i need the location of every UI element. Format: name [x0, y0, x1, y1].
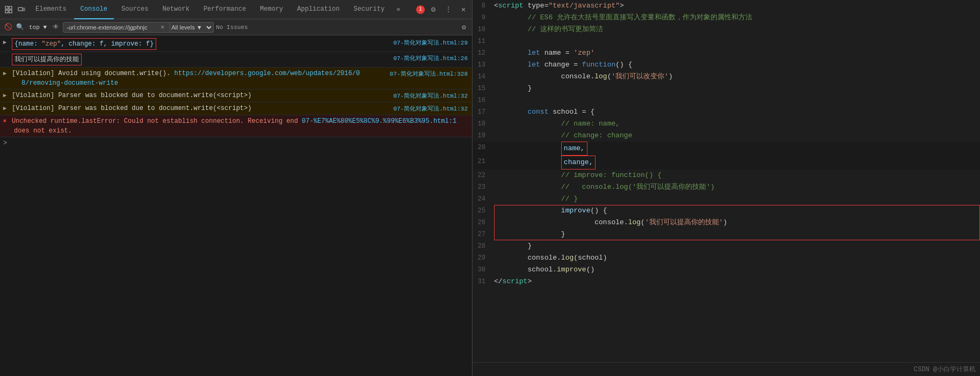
tab-elements[interactable]: Elements — [29, 0, 73, 19]
violation-content-1: [Violation] Avoid using document.write()… — [10, 69, 386, 88]
inspect-icon[interactable] — [2, 3, 15, 16]
code-line-9: 9 // ES6 允许在大括号里面直接写入变量和函数，作为对象的属性和方法 — [473, 12, 980, 24]
tab-sources[interactable]: Sources — [115, 0, 155, 19]
violation-source-2[interactable]: 07-简化对象写法.html:32 — [389, 91, 472, 101]
console-output: ▶ {name: "zep", change: f, improve: f} 0… — [0, 35, 472, 376]
top-selector[interactable]: top ▼ — [27, 23, 49, 32]
url-filter-input[interactable] — [63, 22, 170, 33]
code-line-11: 11 — [473, 35, 980, 47]
violation-content-3: [Violation] Parser was blocked due to do… — [10, 104, 389, 113]
code-line-22: 22 // improve: function() { — [473, 169, 980, 181]
eye-icon[interactable]: 👁 — [51, 23, 61, 32]
filter-clear-icon[interactable]: ✕ — [161, 23, 164, 31]
close-icon[interactable]: ✕ — [457, 3, 470, 16]
devtools-tabs-bar: Elements Console Sources Network Perform… — [0, 0, 472, 19]
console-error-line: ✖ Unchecked runtime.lastError: Could not… — [0, 115, 472, 137]
violation-content-2: [Violation] Parser was blocked due to do… — [10, 91, 389, 100]
code-line-29: 29 console.log(school) — [473, 252, 980, 264]
log-level-select[interactable]: All levels ▼ — [166, 22, 214, 33]
log-content: {name: "zep", change: f, improve: f} — [10, 38, 389, 50]
code-line-8: 8 <script type="text/javascript"> — [473, 0, 980, 12]
tab-application[interactable]: Application — [291, 0, 346, 19]
code-line-14: 14 console.log('我们可以改变你') — [473, 71, 980, 83]
svg-rect-3 — [9, 10, 12, 13]
code-line-16: 16 — [473, 94, 980, 106]
more-options-icon[interactable]: ⋮ — [442, 3, 455, 16]
svg-rect-1 — [9, 6, 12, 9]
code-line-24: 24 // } — [473, 193, 980, 205]
console-violation-line-1: ▶ [Violation] Avoid using document.write… — [0, 68, 472, 90]
console-prompt — [0, 137, 472, 149]
highlighted-block: 25 improve() { 26 console.log('我们可以提高你的技… — [473, 205, 980, 240]
code-line-26: 26 console.log('我们可以提高你的技能') — [473, 217, 980, 228]
device-toolbar-icon[interactable] — [15, 3, 28, 16]
code-line-20: 20 name, — [473, 142, 980, 156]
code-line-31: 31 </script> — [473, 276, 980, 287]
console-log-line: ▶ {name: "zep", change: f, improve: f} 0… — [0, 36, 472, 52]
code-line-10: 10 // 这样的书写更加简洁 — [473, 24, 980, 35]
code-line-15: 15 } — [473, 83, 980, 94]
error-badge: 1 — [416, 5, 425, 14]
code-line-30: 30 school.improve() — [473, 264, 980, 276]
watermark: CSDN @小白学计算机 — [473, 362, 980, 376]
tab-console[interactable]: Console — [74, 0, 114, 19]
log-content-2: 我们可以提高你的技能 — [10, 53, 389, 66]
code-panel: 8 <script type="text/javascript"> 9 // E… — [473, 0, 980, 376]
settings-icon[interactable]: ⚙ — [427, 3, 440, 16]
violation-link-1b[interactable]: 8/removing-document-write — [21, 79, 118, 87]
code-line-25: 25 improve() { — [473, 205, 980, 217]
highlight-change: change, — [561, 156, 596, 169]
console-violation-line-2: ▶ [Violation] Parser was blocked due to … — [0, 90, 472, 102]
code-line-17: 17 const school = { — [473, 106, 980, 118]
highlight-name: name, — [561, 142, 587, 156]
code-line-27: 27 } — [473, 228, 980, 240]
error-link[interactable]: 07-%E7%AE%80%E5%8C%9.%99%E6%B3%95.html:1 — [302, 117, 456, 125]
expand-icon-3[interactable]: ▶ — [0, 91, 10, 99]
violation-source-1[interactable]: 07-简化对象写法.html:328 — [386, 69, 472, 79]
filter-icon[interactable]: 🔍 — [15, 23, 25, 32]
devtools-panel: Elements Console Sources Network Perform… — [0, 0, 473, 376]
code-line-28: 28 } — [473, 240, 980, 252]
code-line-12: 12 let name = 'zep' — [473, 47, 980, 59]
svg-rect-2 — [5, 10, 8, 13]
console-violation-line-3: ▶ [Violation] Parser was blocked due to … — [0, 102, 472, 115]
error-content: Unchecked runtime.lastError: Could not e… — [10, 116, 472, 136]
svg-rect-5 — [23, 8, 25, 11]
expand-icon[interactable]: ▶ — [0, 38, 10, 46]
issues-button[interactable]: No Issues — [216, 24, 248, 31]
code-line-23: 23 // console.log('我们可以提高你的技能') — [473, 181, 980, 193]
error-icon: ✖ — [0, 116, 10, 124]
code-line-18: 18 // name: name, — [473, 118, 980, 130]
clear-console-icon[interactable]: 🚫 — [3, 23, 13, 32]
expand-icon-2[interactable]: ▶ — [0, 69, 10, 77]
tab-memory[interactable]: Memory — [253, 0, 289, 19]
tab-performance[interactable]: Performance — [197, 0, 252, 19]
svg-rect-0 — [5, 6, 8, 9]
tab-actions: 1 ⚙ ⋮ ✕ — [416, 3, 470, 16]
log-source-link-2[interactable]: 07-简化对象写法.html:26 — [389, 53, 472, 63]
console-settings-icon[interactable]: ⚙ — [459, 23, 469, 32]
code-line-21: 21 change, — [473, 156, 980, 169]
log-indent — [0, 53, 10, 54]
tab-security[interactable]: Security — [347, 0, 391, 19]
console-log-line-2: 我们可以提高你的技能 07-简化对象写法.html:26 — [0, 52, 472, 68]
violation-source-3[interactable]: 07-简化对象写法.html:32 — [389, 104, 472, 114]
tab-overflow-btn[interactable]: » — [392, 0, 404, 19]
tab-network[interactable]: Network — [156, 0, 195, 19]
code-editor: 8 <script type="text/javascript"> 9 // E… — [473, 0, 980, 362]
console-toolbar: 🚫 🔍 top ▼ 👁 ✕ All levels ▼ No Issues ⚙ — [0, 19, 472, 35]
code-line-19: 19 // change: change — [473, 130, 980, 142]
log-source-link[interactable]: 07-简化对象写法.html:29 — [389, 38, 472, 48]
svg-rect-4 — [18, 8, 23, 11]
expand-icon-4[interactable]: ▶ — [0, 104, 10, 112]
violation-link-1[interactable]: https://developers.google.com/web/update… — [174, 70, 360, 77]
code-line-13: 13 let change = function() { — [473, 59, 980, 71]
